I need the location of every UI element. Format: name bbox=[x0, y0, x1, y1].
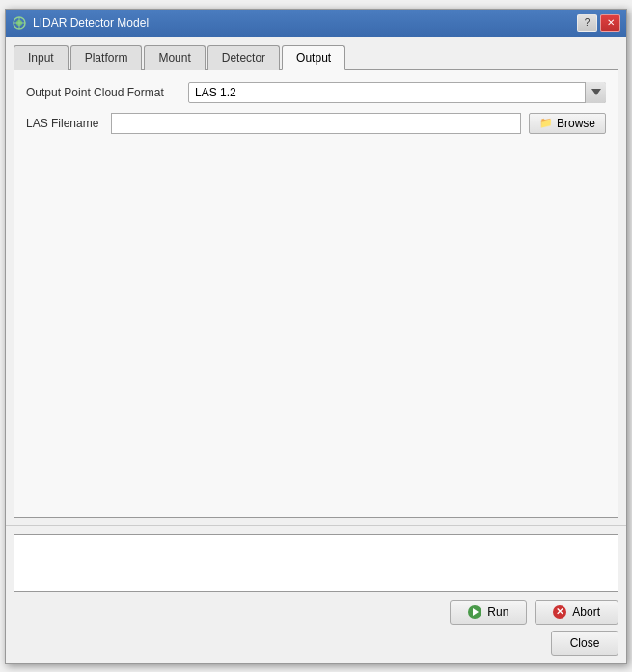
filename-label: LAS Filename bbox=[26, 117, 103, 130]
format-label: Output Point Cloud Format bbox=[26, 86, 180, 99]
browse-icon: 📁 bbox=[539, 117, 553, 129]
bottom-area: Run ✕ Abort Close bbox=[6, 525, 626, 663]
filename-input[interactable] bbox=[111, 113, 521, 134]
filename-row: LAS Filename 📁 Browse bbox=[26, 113, 606, 134]
help-button[interactable]: ? bbox=[577, 14, 597, 32]
tab-platform[interactable]: Platform bbox=[70, 45, 143, 70]
log-box bbox=[14, 534, 618, 592]
abort-button[interactable]: ✕ Abort bbox=[535, 600, 618, 625]
close-button[interactable]: Close bbox=[551, 631, 618, 656]
tab-mount[interactable]: Mount bbox=[144, 45, 205, 70]
browse-label: Browse bbox=[557, 117, 595, 130]
tab-bar: Input Platform Mount Detector Output bbox=[14, 44, 618, 70]
format-dropdown[interactable]: LAS 1.2 LAS 1.3 LAS 1.4 bbox=[188, 82, 606, 103]
title-buttons: ? ✕ bbox=[577, 14, 620, 32]
main-window: LIDAR Detector Model ? ✕ Input Platform … bbox=[5, 9, 627, 664]
content-spacer bbox=[26, 144, 606, 505]
browse-button[interactable]: 📁 Browse bbox=[529, 113, 606, 134]
title-bar: LIDAR Detector Model ? ✕ bbox=[6, 10, 626, 37]
run-button[interactable]: Run bbox=[450, 600, 527, 625]
run-abort-row: Run ✕ Abort bbox=[14, 600, 618, 625]
format-row: Output Point Cloud Format LAS 1.2 LAS 1.… bbox=[26, 82, 606, 103]
window-close-button[interactable]: ✕ bbox=[600, 14, 620, 32]
run-label: Run bbox=[487, 605, 508, 619]
format-dropdown-container: LAS 1.2 LAS 1.3 LAS 1.4 bbox=[188, 82, 606, 103]
tab-detector[interactable]: Detector bbox=[207, 45, 280, 70]
app-icon bbox=[12, 15, 27, 31]
close-row: Close bbox=[14, 631, 618, 656]
window-title: LIDAR Detector Model bbox=[33, 16, 149, 30]
abort-label: Abort bbox=[572, 605, 600, 619]
run-icon bbox=[468, 605, 481, 619]
tab-content-output: Output Point Cloud Format LAS 1.2 LAS 1.… bbox=[14, 70, 618, 518]
content-area: Input Platform Mount Detector Output Out… bbox=[6, 37, 626, 525]
abort-icon: ✕ bbox=[553, 605, 566, 619]
title-bar-left: LIDAR Detector Model bbox=[12, 15, 149, 31]
tab-output[interactable]: Output bbox=[282, 45, 345, 70]
tab-input[interactable]: Input bbox=[14, 45, 69, 70]
